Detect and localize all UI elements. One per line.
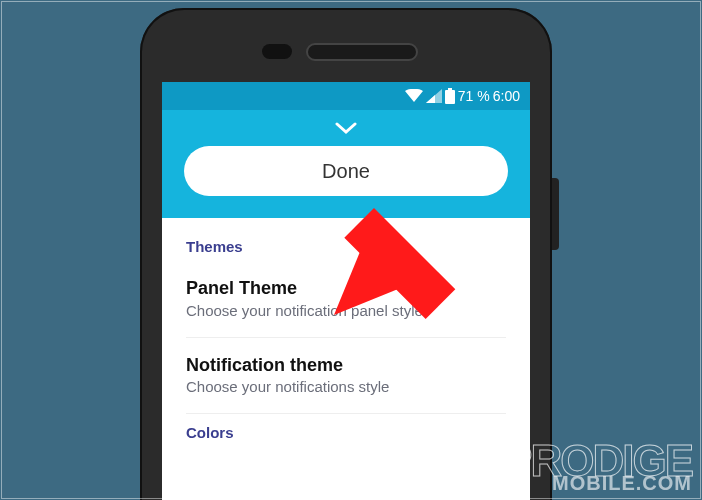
section-themes-label: Themes	[186, 238, 506, 255]
battery-percent: 71 %	[458, 88, 490, 104]
svg-rect-0	[448, 88, 452, 90]
chevron-down-icon[interactable]	[335, 122, 357, 140]
signal-icon	[426, 89, 442, 103]
screen: 71 % 6:00 Done Themes Panel Theme Choose…	[162, 82, 530, 500]
item-title: Panel Theme	[186, 277, 506, 300]
svg-rect-1	[445, 90, 455, 104]
wifi-icon	[405, 89, 423, 103]
power-button-shape	[552, 178, 559, 250]
phone-mockup: 71 % 6:00 Done Themes Panel Theme Choose…	[140, 8, 552, 500]
done-button[interactable]: Done	[184, 146, 508, 196]
status-bar: 71 % 6:00	[162, 82, 530, 110]
item-title: Notification theme	[186, 354, 506, 377]
panel-header: Done	[162, 110, 530, 218]
item-subtitle: Choose your notifications style	[186, 378, 506, 395]
item-panel-theme[interactable]: Panel Theme Choose your notification pan…	[186, 271, 506, 338]
battery-icon	[445, 88, 455, 104]
clock: 6:00	[493, 88, 520, 104]
sensor-shape	[262, 44, 292, 59]
section-colors-label: Colors	[186, 424, 506, 441]
item-notification-theme[interactable]: Notification theme Choose your notificat…	[186, 348, 506, 415]
settings-list: Themes Panel Theme Choose your notificat…	[162, 218, 530, 441]
item-subtitle: Choose your notification panel style	[186, 302, 506, 319]
speaker-grill	[306, 43, 418, 61]
